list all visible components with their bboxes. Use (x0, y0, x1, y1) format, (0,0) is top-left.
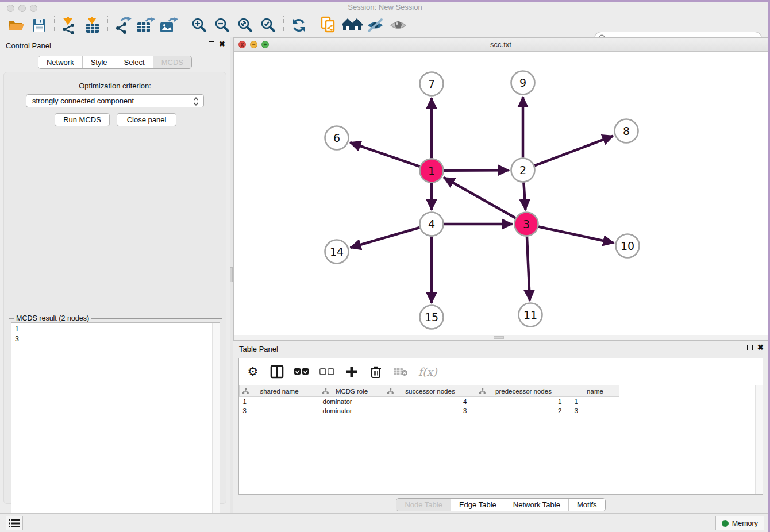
houses-icon[interactable] (341, 15, 364, 36)
save-icon[interactable] (28, 15, 51, 36)
function-fx-icon: f(x) (418, 364, 437, 380)
memory-button[interactable]: Memory (715, 516, 764, 530)
zoom-selected-icon[interactable] (257, 15, 280, 36)
network-view-title: scc.txt (234, 38, 768, 52)
attribute-icon (387, 388, 394, 394)
memory-label: Memory (732, 519, 758, 527)
network-graph: 1234678910111415 (234, 52, 768, 335)
column-header-successor-nodes[interactable]: successor nodes (384, 385, 476, 397)
network-view-titlebar[interactable]: x – + scc.txt (234, 38, 768, 52)
table-row[interactable]: 3dominator323 (240, 406, 763, 415)
network-canvas[interactable]: 1234678910111415 (234, 52, 768, 335)
close-panel-icon[interactable]: ✖ (757, 345, 764, 350)
window-title: Session: New Session (0, 2, 770, 13)
graph-node-label-7: 7 (428, 78, 435, 90)
gear-icon[interactable]: ⚙ (246, 364, 260, 380)
cell-successor-nodes[interactable]: 3 (384, 406, 476, 415)
node-table[interactable]: shared nameMCDS rolesuccessor nodesprede… (239, 385, 763, 415)
open-folder-icon[interactable] (5, 15, 28, 36)
tab-style[interactable]: Style (83, 56, 116, 68)
column-header-MCDS-role[interactable]: MCDS role (319, 385, 384, 397)
control-panel-title: Control Panel (6, 41, 51, 50)
close-panel-button[interactable]: Close panel (117, 113, 176, 126)
column-header-predecessor-nodes[interactable]: predecessor nodes (476, 385, 571, 397)
checkboxes-checked-icon[interactable] (294, 364, 309, 380)
cell-name[interactable]: 1 (571, 397, 619, 406)
graph-edge-2-3[interactable] (523, 182, 525, 210)
titlebar: Session: New Session (0, 2, 770, 13)
tab-network-table[interactable]: Network Table (505, 499, 569, 511)
graph-edge-3-11[interactable] (527, 236, 530, 300)
column-header-shared-name[interactable]: shared name (240, 385, 319, 397)
export-table-icon[interactable] (134, 15, 157, 36)
export-network-icon[interactable] (111, 15, 134, 36)
tab-mcds[interactable]: MCDS (153, 56, 191, 68)
tab-node-table[interactable]: Node Table (396, 499, 451, 511)
attribute-icon (322, 388, 329, 394)
graph-edge-1-2[interactable] (444, 170, 509, 171)
table-panel-header: Table Panel ✖ (233, 341, 768, 356)
graph-edge-4-14[interactable] (351, 228, 420, 248)
cell-successor-nodes[interactable]: 4 (384, 397, 476, 406)
cell-MCDS-role[interactable]: dominator (319, 397, 384, 406)
toolbar-separator (184, 16, 184, 34)
graph-node-label-4: 4 (428, 218, 435, 230)
graph-edge-2-8[interactable] (534, 136, 613, 166)
column-header-name[interactable]: name (571, 385, 619, 397)
float-panel-icon[interactable] (209, 41, 214, 47)
mcds-panel: Optimization criterion: strongly connect… (3, 72, 226, 504)
cell-shared-name[interactable]: 1 (240, 397, 319, 406)
close-window-button[interactable] (7, 5, 14, 12)
checkboxes-unchecked-icon[interactable] (319, 364, 334, 380)
plus-icon[interactable] (345, 364, 359, 380)
refresh-icon[interactable] (287, 15, 310, 36)
zoom-window-button[interactable] (30, 5, 37, 12)
close-panel-icon[interactable]: ✖ (219, 41, 225, 47)
import-network-icon[interactable] (58, 15, 81, 36)
splitter-grip[interactable] (230, 267, 233, 282)
mcds-result-scrollbar[interactable] (212, 323, 220, 532)
toolbar-separator (314, 16, 314, 34)
graph-node-label-10: 10 (621, 240, 634, 252)
tab-motifs[interactable]: Motifs (569, 499, 605, 511)
toolbar-separator (283, 16, 284, 34)
table-row[interactable]: 1dominator411 (240, 397, 763, 406)
task-list-icon[interactable] (6, 516, 23, 530)
cell-shared-name[interactable]: 3 (240, 406, 319, 415)
tab-network[interactable]: Network (38, 56, 83, 68)
hide-selection-icon[interactable] (364, 15, 387, 36)
cell-predecessor-nodes[interactable]: 1 (476, 397, 571, 406)
columns-icon[interactable] (270, 364, 284, 380)
toolbar-separator (107, 16, 108, 34)
minimize-window-button[interactable] (18, 5, 26, 12)
tab-select[interactable]: Select (116, 56, 153, 68)
cell-name[interactable]: 3 (571, 406, 619, 415)
trash-icon[interactable] (369, 364, 383, 380)
criterion-value: strongly connected component (32, 97, 134, 105)
zoom-fit-icon[interactable] (234, 15, 257, 36)
graph-edge-1-6[interactable] (350, 142, 420, 167)
cell-filler (619, 397, 763, 406)
graph-edge-3-1[interactable] (444, 178, 515, 218)
show-selection-icon[interactable] (387, 15, 410, 36)
horizontal-splitter-grip[interactable] (494, 336, 504, 339)
export-image-icon[interactable] (157, 15, 180, 36)
table-scrollbar[interactable] (755, 385, 763, 494)
tab-edge-table[interactable]: Edge Table (451, 499, 505, 511)
zoom-out-icon[interactable] (211, 15, 234, 36)
run-mcds-button[interactable]: Run MCDS (55, 113, 110, 126)
attribute-icon (242, 388, 249, 394)
app-document-share-icon[interactable] (318, 15, 341, 36)
mcds-result-box[interactable]: 1 3 (11, 322, 220, 532)
import-table-icon[interactable] (81, 15, 104, 36)
float-panel-icon[interactable] (747, 345, 753, 350)
cell-MCDS-role[interactable]: dominator (319, 406, 384, 415)
cell-predecessor-nodes[interactable]: 2 (476, 406, 571, 415)
mcds-result-group: MCDS result (2 nodes) 1 3 (9, 318, 222, 532)
criterion-select[interactable]: strongly connected component (26, 94, 204, 107)
control-panel: Control Panel ✖ Network Style Select MCD… (0, 37, 230, 513)
mcds-result-text: 1 3 (15, 325, 19, 344)
main-toolbar (0, 13, 770, 37)
zoom-in-icon[interactable] (188, 15, 211, 36)
graph-edge-3-10[interactable] (538, 227, 614, 243)
